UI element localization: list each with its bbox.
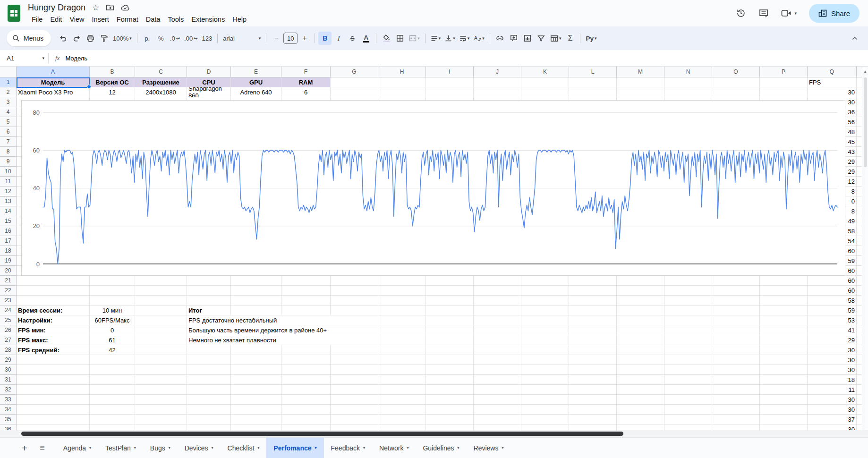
cell[interactable] bbox=[664, 424, 712, 430]
cell[interactable] bbox=[187, 286, 231, 296]
cell[interactable] bbox=[760, 385, 808, 395]
cell[interactable]: 2400x1080 bbox=[135, 87, 187, 97]
cell[interactable]: 12 bbox=[90, 87, 135, 97]
row-header-16[interactable]: 16 bbox=[0, 226, 17, 236]
cell[interactable] bbox=[664, 375, 712, 385]
merge-cells-button[interactable]: ▾ bbox=[407, 32, 422, 45]
column-header-I[interactable]: I bbox=[426, 67, 474, 77]
cell[interactable] bbox=[617, 276, 664, 286]
cell[interactable] bbox=[378, 276, 426, 286]
cell[interactable] bbox=[521, 395, 569, 405]
cell[interactable]: Настройки: bbox=[17, 315, 90, 325]
move-folder-icon[interactable] bbox=[106, 4, 114, 11]
cell[interactable] bbox=[426, 355, 474, 365]
cell[interactable] bbox=[617, 405, 664, 415]
cell[interactable] bbox=[17, 286, 90, 296]
cell[interactable] bbox=[474, 395, 521, 405]
cell[interactable] bbox=[331, 355, 378, 365]
menu-tools[interactable]: Tools bbox=[164, 15, 187, 24]
cell[interactable] bbox=[187, 355, 231, 365]
cell[interactable] bbox=[521, 296, 569, 305]
row-header-21[interactable]: 21 bbox=[0, 276, 17, 286]
menu-edit[interactable]: Edit bbox=[46, 15, 66, 24]
cell[interactable] bbox=[426, 87, 474, 97]
cell[interactable]: 60 bbox=[808, 276, 857, 286]
cell[interactable] bbox=[712, 375, 760, 385]
cell[interactable] bbox=[569, 77, 617, 87]
increase-decimals-button[interactable]: .00↪ bbox=[182, 32, 199, 45]
row-header-6[interactable]: 6 bbox=[0, 127, 17, 137]
cell[interactable] bbox=[90, 355, 135, 365]
cell[interactable] bbox=[617, 355, 664, 365]
cell[interactable] bbox=[474, 77, 521, 87]
row-header-10[interactable]: 10 bbox=[0, 167, 17, 177]
cell[interactable] bbox=[712, 424, 760, 430]
cell[interactable] bbox=[617, 325, 664, 335]
cell[interactable] bbox=[617, 395, 664, 405]
cell[interactable] bbox=[331, 424, 378, 430]
all-sheets-button[interactable]: ≡ bbox=[40, 443, 45, 453]
column-header-F[interactable]: F bbox=[281, 67, 331, 77]
cell[interactable] bbox=[617, 296, 664, 305]
cell[interactable] bbox=[617, 335, 664, 345]
menu-format[interactable]: Format bbox=[113, 15, 142, 24]
cell[interactable] bbox=[187, 424, 231, 430]
text-wrap-button[interactable]: ▾ bbox=[458, 32, 472, 45]
vertical-scroll-thumb[interactable] bbox=[864, 77, 867, 167]
cell[interactable] bbox=[187, 405, 231, 415]
insert-chart-button[interactable] bbox=[521, 32, 534, 45]
cell[interactable] bbox=[331, 415, 378, 424]
cell[interactable] bbox=[378, 405, 426, 415]
cell[interactable] bbox=[474, 345, 521, 355]
cell[interactable] bbox=[281, 305, 331, 315]
cell[interactable] bbox=[521, 405, 569, 415]
cell[interactable]: Adreno 640 bbox=[231, 87, 281, 97]
cell[interactable]: FPS макс: bbox=[17, 335, 90, 345]
cell[interactable] bbox=[17, 395, 90, 405]
column-header-K[interactable]: K bbox=[521, 67, 569, 77]
cell[interactable] bbox=[664, 355, 712, 365]
cell[interactable] bbox=[90, 385, 135, 395]
cell[interactable] bbox=[521, 385, 569, 395]
cell[interactable] bbox=[231, 345, 281, 355]
video-call-icon[interactable]: ▾ bbox=[781, 9, 797, 17]
cell[interactable]: 18 bbox=[808, 375, 857, 385]
cell[interactable] bbox=[426, 305, 474, 315]
font-size-input[interactable]: 10 bbox=[283, 33, 298, 44]
cell[interactable] bbox=[426, 315, 474, 325]
cell[interactable] bbox=[331, 77, 378, 87]
row-header-11[interactable]: 11 bbox=[0, 177, 17, 187]
cell[interactable] bbox=[521, 325, 569, 335]
column-header-G[interactable]: G bbox=[331, 67, 378, 77]
row-header-2[interactable]: 2 bbox=[0, 87, 17, 97]
select-all-corner[interactable] bbox=[0, 67, 17, 77]
cell[interactable]: Snapdragon 860 bbox=[187, 87, 231, 97]
cell[interactable] bbox=[521, 276, 569, 286]
cell[interactable] bbox=[187, 375, 231, 385]
cell[interactable] bbox=[426, 385, 474, 395]
cell[interactable] bbox=[90, 424, 135, 430]
cell[interactable] bbox=[135, 385, 187, 395]
cell[interactable] bbox=[712, 405, 760, 415]
row-header-33[interactable]: 33 bbox=[0, 395, 17, 405]
column-header-J[interactable]: J bbox=[474, 67, 521, 77]
cell[interactable] bbox=[712, 365, 760, 375]
column-header-B[interactable]: B bbox=[90, 67, 135, 77]
column-header-Q[interactable]: Q bbox=[808, 67, 857, 77]
cell[interactable] bbox=[135, 335, 187, 345]
sheet-tab-testplan[interactable]: TestPlan▾ bbox=[98, 438, 143, 458]
menu-extensions[interactable]: Extensions bbox=[187, 15, 229, 24]
row-header-35[interactable]: 35 bbox=[0, 415, 17, 424]
cell[interactable] bbox=[17, 355, 90, 365]
cell[interactable] bbox=[331, 375, 378, 385]
cell[interactable] bbox=[521, 286, 569, 296]
cell[interactable] bbox=[617, 415, 664, 424]
cell[interactable] bbox=[712, 315, 760, 325]
cell[interactable] bbox=[135, 375, 187, 385]
cell[interactable] bbox=[135, 424, 187, 430]
cell[interactable] bbox=[617, 315, 664, 325]
cell[interactable] bbox=[331, 305, 378, 315]
cell[interactable]: FPS достаточно нестабильный bbox=[187, 315, 378, 325]
cell[interactable]: Версия ОС bbox=[90, 77, 135, 87]
cell[interactable] bbox=[426, 424, 474, 430]
